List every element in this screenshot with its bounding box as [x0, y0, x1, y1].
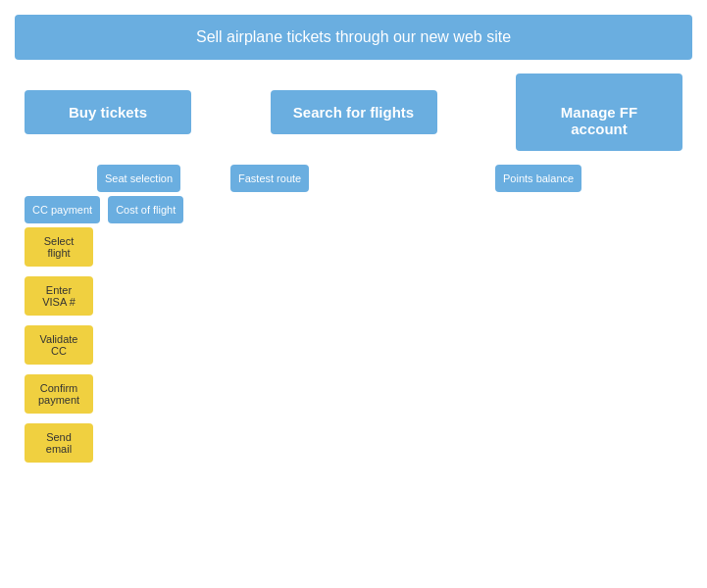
- content-area: Seat selection CC payment Cost of flight…: [15, 165, 692, 573]
- manage-column: Points balance: [436, 165, 652, 573]
- search-column: Fastest route: [221, 165, 436, 573]
- validate-cc-button[interactable]: Validate CC: [25, 325, 93, 365]
- search-flights-button[interactable]: Search for flights: [271, 90, 437, 134]
- top-buttons-row: Buy tickets Search for flights Manage FF…: [15, 74, 692, 151]
- seat-selection-button[interactable]: Seat selection: [97, 165, 180, 192]
- cc-payment-button[interactable]: CC payment: [25, 196, 100, 223]
- page-wrapper: Sell airplane tickets through our new we…: [0, 0, 707, 588]
- enter-visa-button[interactable]: Enter VISA #: [25, 276, 93, 316]
- header-title: Sell airplane tickets through our new we…: [196, 28, 511, 45]
- points-balance-button[interactable]: Points balance: [495, 165, 581, 192]
- confirm-payment-button[interactable]: Confirm payment: [25, 374, 93, 414]
- fastest-route-button[interactable]: Fastest route: [230, 165, 309, 192]
- send-email-button[interactable]: Send email: [25, 423, 93, 463]
- buy-column: Seat selection CC payment Cost of flight…: [25, 165, 221, 573]
- yellow-stack: Select flight Enter VISA # Validate CC C…: [25, 227, 221, 467]
- manage-ff-button[interactable]: Manage FFaccount: [516, 74, 682, 151]
- seat-row: Seat selection: [25, 165, 221, 192]
- buy-tickets-button[interactable]: Buy tickets: [25, 90, 191, 134]
- cost-of-flight-button[interactable]: Cost of flight: [108, 196, 183, 223]
- cc-cost-row: CC payment Cost of flight: [25, 196, 221, 223]
- select-flight-button[interactable]: Select flight: [25, 227, 93, 267]
- header-banner: Sell airplane tickets through our new we…: [15, 15, 692, 60]
